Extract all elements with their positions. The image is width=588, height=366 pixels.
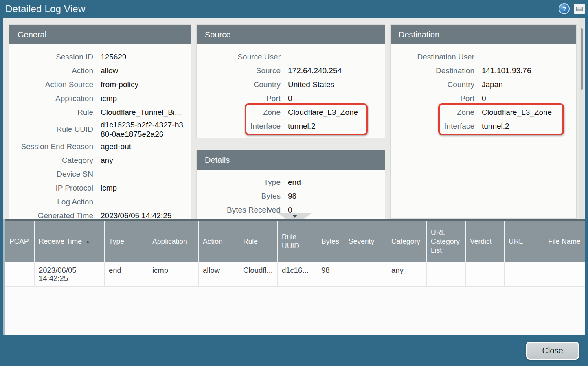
field-label: Device SN — [9, 167, 101, 181]
field-value — [288, 50, 385, 64]
cell-rule-uuid: d1c16... — [278, 262, 317, 287]
column-label: Bytes — [321, 237, 339, 246]
field-value: 141.101.93.76 — [482, 64, 576, 78]
cell-pcap — [5, 262, 35, 287]
cell-bytes: 98 — [317, 262, 344, 287]
window-icon[interactable] — [574, 4, 585, 14]
cell-type: end — [105, 262, 148, 287]
source-zone-interface-group: ZoneCloudflare_L3_Zone Interfacetunnel.2 — [197, 105, 385, 133]
field-value: tunnel.2 — [288, 119, 385, 133]
field-row-ip-protocol: IP Protocolicmp — [9, 181, 191, 195]
column-header-rule-uuid[interactable]: Rule UUID — [278, 221, 317, 262]
cell-application: icmp — [148, 262, 199, 287]
field-value: Cloudflare_L3_Zone — [482, 105, 576, 119]
field-value: d1c16235-b2f2-4327-b380-0ae1875e2a26 — [101, 119, 191, 140]
field-value: Cloudflare_L3_Zone — [288, 105, 385, 119]
field-value: allow — [101, 64, 191, 78]
destination-panel-body: Destination User Destination141.101.93.7… — [391, 44, 576, 138]
column-header-file-name[interactable]: File Name — [544, 221, 585, 262]
field-value: Japan — [482, 78, 576, 92]
field-row-destination: Destination141.101.93.76 — [391, 64, 576, 78]
field-row-rule-uuid: Rule UUIDd1c16235-b2f2-4327-b380-0ae1875… — [9, 119, 191, 140]
field-row-log-action: Log Action — [9, 195, 191, 209]
field-label: Destination User — [391, 50, 482, 64]
column-header-category[interactable]: Category — [387, 221, 427, 262]
field-row-session-end-reason: Session End Reasonaged-out — [9, 140, 191, 153]
details-panel: Details Typeend Bytes98 Bytes Received0 — [196, 150, 385, 219]
field-value: Cloudflare_Tunnel_Bi... — [101, 105, 191, 119]
vertical-scrollbar[interactable] — [579, 18, 584, 219]
window-pane-glyph — [576, 7, 583, 11]
field-row-category: Categoryany — [9, 153, 191, 167]
field-value — [101, 167, 191, 181]
field-value — [482, 50, 576, 64]
column-header-application[interactable]: Application — [148, 221, 199, 262]
field-row-interface: Interfacetunnel.2 — [391, 119, 576, 133]
column-header-pcap[interactable]: PCAP — [5, 221, 35, 262]
details-panel-body: Typeend Bytes98 Bytes Received0 — [197, 170, 385, 219]
field-label: Zone — [197, 105, 288, 119]
column-header-severity[interactable]: Severity — [344, 221, 387, 262]
field-value: end — [288, 175, 385, 189]
field-label: Source User — [197, 50, 288, 64]
column-label: Rule UUID — [282, 233, 313, 251]
column-label: Rule — [243, 237, 258, 246]
column-header-url[interactable]: URL — [505, 221, 544, 262]
column-header-rule[interactable]: Rule — [239, 221, 278, 262]
field-label: Bytes — [197, 189, 288, 203]
field-row-country: CountryJapan — [391, 78, 576, 92]
field-label: Country — [197, 78, 288, 92]
log-detail-panels: General Session ID125629 Actionallow Act… — [3, 18, 585, 219]
cell-action: allow — [199, 262, 239, 287]
details-panel-header: Details — [197, 150, 385, 170]
field-value: aged-out — [101, 140, 191, 153]
field-label: IP Protocol — [9, 181, 101, 195]
field-label: Generated Time — [9, 209, 101, 219]
field-row-application: Applicationicmp — [9, 92, 191, 105]
column-header-bytes[interactable]: Bytes — [317, 221, 344, 262]
field-value: United States — [288, 78, 385, 92]
field-row-zone: ZoneCloudflare_L3_Zone — [391, 105, 576, 119]
cell-severity — [344, 262, 387, 287]
column-header-receive-time[interactable]: Receive Time▲ — [35, 221, 105, 262]
field-row-port: Port0 — [391, 92, 576, 105]
titlebar: Detailed Log View ? — [0, 0, 588, 18]
field-label: Application — [9, 92, 101, 105]
sort-ascending-icon: ▲ — [85, 239, 90, 245]
destination-zone-interface-group: ZoneCloudflare_L3_Zone Interfacetunnel.2 — [391, 105, 576, 133]
general-panel-header: General — [9, 25, 191, 44]
field-label: Category — [9, 153, 101, 167]
close-button[interactable]: Close — [526, 342, 579, 360]
column-label: Receive Time — [39, 237, 82, 246]
field-value: 0 — [482, 92, 576, 105]
field-label: Source — [197, 64, 288, 78]
chevron-down-icon — [292, 215, 297, 218]
field-label: Action Source — [9, 78, 101, 92]
column-label: File Name — [548, 237, 581, 246]
cell-file-name — [544, 262, 585, 287]
column-label: URL — [509, 237, 523, 246]
field-value: tunnel.2 — [482, 119, 576, 133]
field-value: any — [101, 153, 191, 167]
field-value: from-policy — [101, 78, 191, 92]
table-header-row: PCAP Receive Time▲ Type Application Acti… — [5, 221, 585, 262]
field-label: Port — [197, 92, 288, 105]
column-header-action[interactable]: Action — [199, 221, 239, 262]
column-header-verdict[interactable]: Verdict — [466, 221, 505, 262]
general-panel: General Session ID125629 Actionallow Act… — [9, 24, 191, 219]
column-header-url-category-list[interactable]: URL Category List — [427, 221, 466, 262]
source-panel-body: Source User Source172.64.240.254 Country… — [197, 44, 385, 138]
help-icon[interactable]: ? — [559, 3, 570, 14]
vertical-scrollbar-thumb[interactable] — [581, 28, 583, 90]
column-header-type[interactable]: Type — [105, 221, 148, 262]
source-panel-header: Source — [197, 25, 385, 44]
field-row-zone: ZoneCloudflare_L3_Zone — [197, 105, 385, 119]
field-label: Type — [197, 175, 288, 189]
column-label: Type — [109, 237, 124, 246]
field-row-generated-time: Generated Time2023/06/05 14:42:25 — [9, 209, 191, 219]
table-row[interactable]: 2023/06/05 14:42:25 end icmp allow Cloud… — [5, 262, 585, 287]
field-value: icmp — [101, 181, 191, 195]
field-row-port: Port0 — [197, 92, 385, 105]
cell-category: any — [387, 262, 427, 287]
field-label: Rule UUID — [9, 123, 101, 136]
